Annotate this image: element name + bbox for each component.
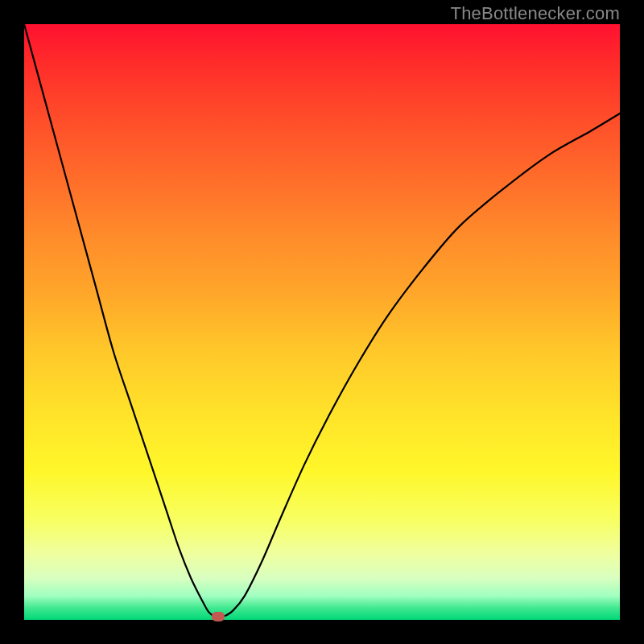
attribution-text: TheBottlenecker.com (451, 3, 620, 24)
curve-layer (24, 24, 620, 620)
bottleneck-curve (24, 24, 620, 617)
minimum-marker (212, 612, 225, 621)
chart-frame: TheBottlenecker.com (0, 0, 644, 644)
plot-area (24, 24, 620, 620)
